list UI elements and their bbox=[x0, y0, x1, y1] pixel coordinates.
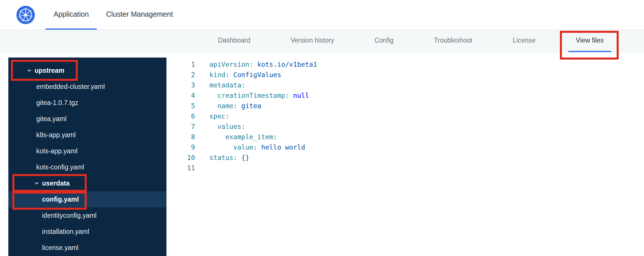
kubernetes-helm-icon bbox=[16, 6, 35, 24]
code-lines: 1apiVersion: kots.io/v1beta12kind: Confi… bbox=[166, 59, 644, 173]
line-number: 8 bbox=[166, 132, 195, 142]
code-line[interactable]: 7 values: bbox=[166, 121, 644, 132]
tree-file-installation-yaml[interactable]: installation.yaml bbox=[8, 223, 166, 240]
code-line[interactable]: 4 creationTimestamp: null bbox=[166, 90, 644, 101]
tree-file-gitea-1-0-7-tgz[interactable]: gitea-1.0.7.tgz bbox=[8, 95, 166, 111]
tree-file-k8s-app-yaml[interactable]: k8s-app.yaml bbox=[8, 127, 166, 143]
topbar: ApplicationCluster Management bbox=[0, 0, 644, 30]
code-line[interactable]: 10status: {} bbox=[166, 152, 644, 163]
line-number: 9 bbox=[166, 142, 195, 152]
tree-file-config-yaml[interactable]: config.yaml bbox=[8, 191, 166, 207]
tree-label: gitea.yaml bbox=[36, 115, 67, 123]
subnav-item-config[interactable]: Config bbox=[367, 30, 401, 52]
line-number: 5 bbox=[166, 101, 195, 111]
tree-label: identityconfig.yaml bbox=[42, 212, 96, 219]
code-text: kind: ConfigValues bbox=[195, 70, 281, 80]
tree-file-gitea-yaml[interactable]: gitea.yaml bbox=[8, 111, 166, 127]
subnav-item-license[interactable]: License bbox=[505, 30, 543, 52]
line-number: 1 bbox=[166, 59, 195, 70]
line-number: 2 bbox=[166, 70, 195, 80]
line-number: 7 bbox=[166, 121, 195, 132]
chevron-down-icon bbox=[27, 68, 32, 73]
code-line[interactable]: 2kind: ConfigValues bbox=[166, 70, 644, 80]
line-number: 3 bbox=[166, 80, 195, 90]
code-line[interactable]: 9 value: hello world bbox=[166, 142, 644, 152]
code-line[interactable]: 1apiVersion: kots.io/v1beta1 bbox=[166, 59, 644, 70]
tree-file-kots-config-yaml[interactable]: kots-config.yaml bbox=[8, 159, 166, 175]
subnav-item-troubleshoot[interactable]: Troubleshoot bbox=[427, 30, 480, 52]
tree-label: k8s-app.yaml bbox=[36, 131, 76, 139]
code-line[interactable]: 6spec: bbox=[166, 111, 644, 121]
code-text: status: {} bbox=[195, 152, 249, 163]
line-number: 11 bbox=[166, 163, 195, 173]
code-text: name: gitea bbox=[195, 101, 261, 111]
file-tree: upstreamembedded-cluster.yamlgitea-1.0.7… bbox=[8, 58, 166, 256]
tree-folder-upstream[interactable]: upstream bbox=[8, 62, 166, 79]
code-text: example_item: bbox=[195, 132, 277, 142]
kots-admin-console: ApplicationCluster Management DashboardV… bbox=[0, 0, 644, 256]
tree-file-license-yaml[interactable]: license.yaml bbox=[8, 240, 166, 256]
code-text: apiVersion: kots.io/v1beta1 bbox=[195, 59, 317, 70]
tree-file-embedded-cluster-yaml[interactable]: embedded-cluster.yaml bbox=[8, 79, 166, 95]
topbar-tab-application[interactable]: Application bbox=[46, 0, 97, 30]
code-editor[interactable]: 1apiVersion: kots.io/v1beta12kind: Confi… bbox=[166, 58, 644, 256]
subnav-item-view-files[interactable]: View files bbox=[568, 30, 611, 52]
code-text: creationTimestamp: null bbox=[195, 90, 309, 101]
code-text: values: bbox=[195, 121, 245, 132]
code-text: metadata: bbox=[195, 80, 245, 90]
tree-folder-userdata[interactable]: userdata bbox=[8, 175, 166, 191]
subnav: DashboardVersion historyConfigTroublesho… bbox=[0, 30, 644, 52]
line-number: 6 bbox=[166, 111, 195, 121]
code-line[interactable]: 11 bbox=[166, 163, 644, 173]
code-line[interactable]: 3metadata: bbox=[166, 80, 644, 90]
tree-file-identityconfig-yaml[interactable]: identityconfig.yaml bbox=[8, 207, 166, 223]
line-number: 4 bbox=[166, 90, 195, 101]
subnav-items: DashboardVersion historyConfigTroublesho… bbox=[211, 30, 611, 52]
tree-label: kots-config.yaml bbox=[36, 163, 84, 171]
tree-label: embedded-cluster.yaml bbox=[36, 83, 105, 91]
tree-label: gitea-1.0.7.tgz bbox=[36, 99, 78, 107]
code-text bbox=[195, 163, 209, 173]
code-text: value: hello world bbox=[195, 142, 305, 152]
tree-label: userdata bbox=[42, 179, 70, 187]
tree-label: config.yaml bbox=[42, 196, 79, 203]
chevron-down-icon bbox=[34, 181, 39, 186]
tree-label: kots-app.yaml bbox=[36, 147, 77, 155]
code-line[interactable]: 5 name: gitea bbox=[166, 101, 644, 111]
line-number: 10 bbox=[166, 152, 195, 163]
tree-label: upstream bbox=[35, 67, 65, 74]
tree-label: license.yaml bbox=[42, 244, 79, 252]
subnav-item-version-history[interactable]: Version history bbox=[283, 30, 342, 52]
topbar-tabs: ApplicationCluster Management bbox=[46, 0, 181, 30]
code-text: spec: bbox=[195, 111, 229, 121]
code-line[interactable]: 8 example_item: bbox=[166, 132, 644, 142]
tree-label: installation.yaml bbox=[42, 228, 89, 236]
content: upstreamembedded-cluster.yamlgitea-1.0.7… bbox=[0, 52, 644, 256]
kubernetes-logo bbox=[16, 6, 35, 24]
topbar-tab-cluster-management[interactable]: Cluster Management bbox=[98, 0, 181, 30]
tree-file-kots-app-yaml[interactable]: kots-app.yaml bbox=[8, 143, 166, 159]
subnav-item-dashboard[interactable]: Dashboard bbox=[211, 30, 258, 52]
